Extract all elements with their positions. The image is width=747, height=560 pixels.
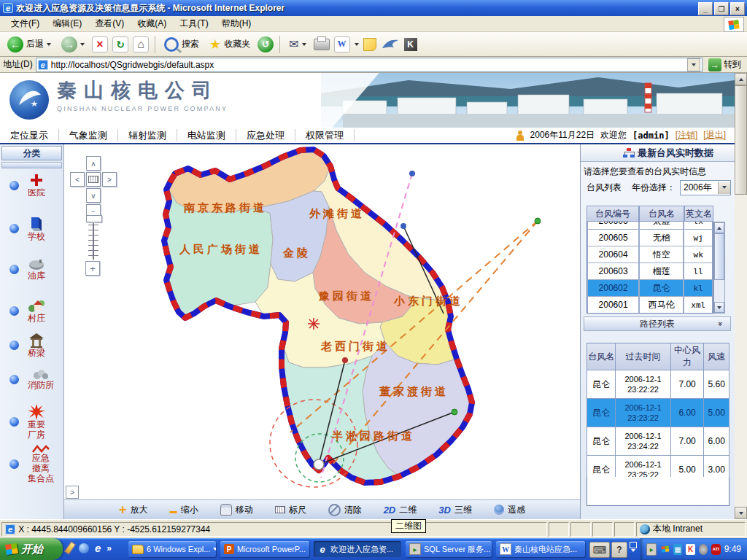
- path-point-red[interactable]: [342, 357, 348, 363]
- quicklaunch-ie-icon[interactable]: [95, 542, 101, 554]
- district-map[interactable]: 南京东路街道 外滩街道 人民广场街道 金陵 豫园街道 小东门街道 老西门街道 董…: [64, 144, 580, 499]
- zoom-slider-handle[interactable]: [86, 215, 102, 222]
- sidebar-collapse-button[interactable]: [66, 486, 79, 499]
- scrollbar-down-button[interactable]: [735, 507, 747, 519]
- remote-sensing-tool[interactable]: 遥感: [494, 504, 525, 516]
- tab-station[interactable]: 电站监测: [177, 129, 236, 141]
- k-plugin-icon[interactable]: [404, 38, 417, 51]
- task-ie-current[interactable]: 欢迎进入应急资...: [314, 541, 401, 557]
- zoom-out-tool[interactable]: 缩小: [170, 504, 198, 516]
- collapse-chevron-icon[interactable]: [716, 322, 725, 326]
- typhoon-table-viewport[interactable]: 200606太虚tx 200605无稽wj 200604悟空wk 200603榴…: [587, 222, 713, 314]
- path-row[interactable]: 昆仑2006-12-1 23:24:22 7.006.00: [587, 427, 729, 456]
- sidebar-item-village[interactable]: 村庄: [0, 299, 64, 324]
- typhoon-row[interactable]: 200603榴莲ll: [587, 263, 713, 280]
- tray-sql-icon[interactable]: [646, 543, 657, 556]
- tray-ati-icon[interactable]: ATI: [711, 544, 720, 555]
- task-word-doc[interactable]: 秦山核电站应急...: [496, 541, 585, 557]
- address-input[interactable]: http://localhost/QSgridwebgis/default.as…: [36, 58, 703, 72]
- forward-button[interactable]: [58, 35, 88, 54]
- mail-button[interactable]: [286, 36, 309, 52]
- sidebar-item-school[interactable]: 学校: [0, 216, 64, 242]
- back-dropdown-icon[interactable]: [47, 43, 51, 46]
- tab-emergency[interactable]: 应急处理: [236, 129, 295, 141]
- pan-left-button[interactable]: [70, 172, 85, 187]
- menu-tools[interactable]: 工具(T): [173, 16, 214, 31]
- ruler-tool[interactable]: 标尺: [275, 504, 306, 516]
- quicklaunch-icon-1[interactable]: [64, 541, 76, 555]
- tab-permission[interactable]: 权限管理: [295, 129, 355, 141]
- path-point-blue-2[interactable]: [400, 223, 406, 229]
- scroll-down-button[interactable]: [714, 302, 724, 313]
- history-button[interactable]: [258, 36, 274, 52]
- view-2d-tool[interactable]: 2D 二维: [384, 504, 417, 516]
- menu-edit[interactable]: 编辑(E): [46, 16, 88, 31]
- swallow-icon[interactable]: [381, 38, 400, 51]
- menu-view[interactable]: 查看(V): [88, 16, 131, 31]
- path-point-green-1[interactable]: [535, 218, 541, 224]
- sidebar-item-important-plant[interactable]: 重要 厂房: [0, 404, 64, 440]
- zoom-in-button-slider[interactable]: [85, 261, 100, 276]
- path-list-header[interactable]: 路径列表: [584, 316, 731, 331]
- pan-up-button[interactable]: [86, 156, 101, 171]
- refresh-button[interactable]: [112, 36, 128, 52]
- task-powerpoint[interactable]: Microsoft PowerP...: [220, 541, 309, 557]
- year-select[interactable]: 2006年: [680, 180, 731, 195]
- forward-dropdown-icon[interactable]: [80, 43, 85, 46]
- tray-antivirus-icon[interactable]: K: [686, 544, 694, 555]
- task-sql-server[interactable]: SQL Server 服务...: [406, 541, 492, 557]
- stop-button[interactable]: [92, 36, 108, 52]
- print-button[interactable]: [314, 39, 330, 50]
- pan-center-button[interactable]: [86, 172, 101, 187]
- zoom-in-tool[interactable]: 放大: [119, 504, 148, 516]
- minimize-button[interactable]: _: [698, 2, 713, 15]
- sidebar-item-assembly-point[interactable]: 应急 撤离 集合点: [0, 445, 64, 483]
- typhoon-row[interactable]: 200606太虚tx: [587, 222, 713, 230]
- close-button[interactable]: ×: [730, 2, 745, 15]
- typhoon-table-scrollbar[interactable]: [713, 222, 725, 314]
- task-windows-explorer-group[interactable]: 6 Windows Expl...: [128, 541, 216, 557]
- scrollbar-up-button[interactable]: [735, 73, 747, 85]
- path-row[interactable]: 昆仑2006-12-1 23:22:22 7.005.60: [587, 370, 729, 399]
- path-point-blue-1[interactable]: [409, 171, 415, 176]
- exit-link[interactable]: [退出]: [703, 129, 726, 141]
- sidebar-item-hospital[interactable]: 医院: [0, 174, 64, 198]
- search-button[interactable]: 搜索: [161, 36, 202, 53]
- favorites-button[interactable]: 收藏夹: [206, 35, 253, 54]
- browser-scrollbar[interactable]: [735, 73, 747, 519]
- menu-help[interactable]: 帮助(H): [215, 16, 258, 31]
- tray-gray-icon[interactable]: [699, 544, 708, 555]
- year-select-arrow[interactable]: [718, 182, 730, 194]
- typhoon-row-selected[interactable]: 200602昆仑kl: [587, 280, 713, 297]
- pan-tool[interactable]: 移动: [220, 504, 253, 516]
- typhoon-row[interactable]: 200605无稽wj: [587, 230, 713, 246]
- view-3d-tool[interactable]: 3D 三维: [438, 504, 472, 516]
- scrollbar-thumb[interactable]: [735, 85, 747, 195]
- tray-grid-icon[interactable]: ▦: [673, 544, 682, 555]
- logout-link[interactable]: [注销]: [676, 129, 698, 141]
- home-button[interactable]: [133, 36, 149, 52]
- back-button[interactable]: 后退: [4, 35, 54, 54]
- restore-button[interactable]: ❐: [714, 2, 729, 15]
- pan-down-button[interactable]: [86, 188, 101, 203]
- typhoon-row[interactable]: 200604悟空wk: [587, 246, 713, 263]
- typhoon-center-marker[interactable]: [314, 459, 324, 470]
- typhoon-row[interactable]: 200601西马伦xml: [587, 297, 713, 314]
- language-bar-options[interactable]: [629, 542, 638, 552]
- clear-tool[interactable]: 清除: [328, 504, 362, 516]
- quicklaunch-icon-2[interactable]: [79, 543, 89, 553]
- language-help-button[interactable]: [611, 542, 627, 558]
- keyboard-language-button[interactable]: [589, 542, 610, 558]
- tab-weather[interactable]: 气象监测: [59, 129, 118, 141]
- map-area[interactable]: 南京东路街道 外滩街道 人民广场街道 金陵 豫园街道 小东门街道 老西门街道 董…: [64, 144, 580, 499]
- menu-file[interactable]: 文件(F): [4, 16, 46, 31]
- menu-favorites[interactable]: 收藏(A): [131, 16, 173, 31]
- edit-dropdown-icon[interactable]: [355, 43, 359, 46]
- address-dropdown-button[interactable]: [687, 58, 700, 71]
- pan-right-button[interactable]: [102, 172, 117, 187]
- tray-windows-icon[interactable]: [660, 544, 669, 555]
- scroll-up-button[interactable]: [714, 222, 724, 233]
- go-button[interactable]: 转到: [705, 58, 744, 71]
- edit-word-button[interactable]: [334, 36, 350, 52]
- path-point-green-2[interactable]: [452, 409, 457, 415]
